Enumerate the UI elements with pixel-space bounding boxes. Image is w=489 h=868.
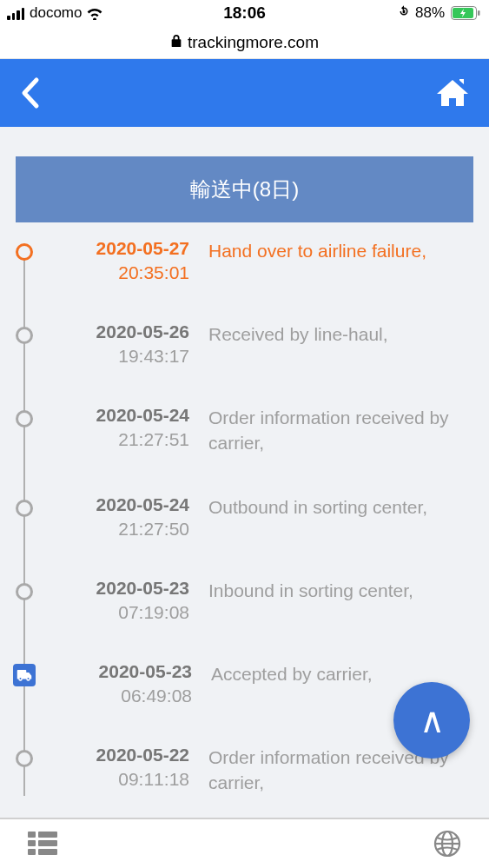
wifi-icon [85, 6, 104, 20]
event-date: 2020-05-22 [57, 745, 189, 765]
status-right: 88% [396, 3, 480, 23]
svg-rect-8 [28, 849, 36, 855]
bottom-tab-bar [0, 818, 489, 868]
event-time: 19:43:17 [57, 346, 189, 367]
event-date: 2020-05-26 [57, 321, 189, 342]
page-body: 輸送中(8日) 2020-05-2720:35:01Hand over to a… [0, 127, 489, 818]
event-description: Hand over to airline failure, [208, 238, 473, 283]
battery-percent: 88% [415, 4, 445, 22]
event-time: 09:11:18 [57, 769, 189, 790]
app-header [0, 59, 489, 127]
carrier-label: docomo [30, 4, 82, 22]
timeline-node-icon [16, 243, 33, 261]
event-date: 2020-05-24 [57, 405, 189, 426]
svg-rect-6 [28, 840, 36, 846]
event-description: Received by line-haul, [208, 321, 473, 367]
rotation-lock-icon [396, 3, 412, 23]
event-datetime: 2020-05-2619:43:17 [57, 321, 189, 367]
event-time: 06:49:08 [60, 686, 192, 706]
lock-icon [170, 33, 182, 52]
event-datetime: 2020-05-2421:27:50 [57, 494, 189, 540]
timeline-node-icon [16, 500, 33, 517]
caret-up-icon: ∧ [420, 700, 445, 740]
svg-rect-5 [38, 832, 57, 838]
url-domain: trackingmore.com [188, 33, 319, 52]
event-time: 21:27:51 [57, 429, 189, 450]
back-button[interactable] [19, 76, 40, 109]
event-date: 2020-05-24 [57, 494, 189, 515]
event-time: 07:19:08 [57, 602, 189, 623]
event-datetime: 2020-05-2306:49:08 [60, 661, 192, 706]
event-datetime: 2020-05-2421:27:51 [57, 405, 189, 456]
svg-rect-3 [478, 10, 480, 16]
signal-icon [7, 7, 24, 20]
event-time: 20:35:01 [57, 262, 189, 283]
event-time: 21:27:50 [57, 519, 189, 540]
event-date: 2020-05-23 [57, 578, 189, 599]
scroll-top-button[interactable]: ∧ [393, 682, 470, 759]
list-view-button[interactable] [28, 832, 57, 856]
event-date: 2020-05-27 [57, 238, 189, 259]
timeline-event: 2020-05-2720:35:01Hand over to airline f… [16, 238, 473, 321]
event-datetime: 2020-05-2209:11:18 [57, 745, 189, 796]
timeline-event: 2020-05-2209:11:18Order information rece… [16, 745, 473, 796]
event-description: Outbound in sorting center, [208, 494, 473, 540]
shipment-status-banner: 輸送中(8日) [16, 156, 473, 222]
truck-icon [13, 664, 36, 686]
svg-rect-0 [403, 10, 406, 13]
ios-status-bar: docomo 18:06 88% [0, 0, 489, 26]
browser-url-bar[interactable]: trackingmore.com [0, 26, 489, 59]
battery-icon [451, 6, 480, 20]
timeline-node-icon [16, 750, 33, 767]
timeline-event: 2020-05-2619:43:17Received by line-haul, [16, 321, 473, 405]
timeline-event: 2020-05-2421:27:51Order information rece… [16, 405, 473, 494]
status-left: docomo [7, 4, 104, 22]
svg-rect-4 [28, 832, 36, 838]
shipment-status-label: 輸送中(8日) [190, 177, 299, 201]
clock: 18:06 [223, 3, 266, 23]
event-datetime: 2020-05-2307:19:08 [57, 578, 189, 623]
timeline-node-icon [16, 327, 33, 344]
timeline-event: 2020-05-2421:27:50Outbound in sorting ce… [16, 494, 473, 578]
timeline-node-icon [16, 410, 33, 427]
svg-rect-9 [38, 849, 57, 855]
timeline-node-icon [16, 583, 33, 600]
event-datetime: 2020-05-2720:35:01 [57, 238, 189, 283]
globe-button[interactable] [433, 830, 461, 858]
event-description: Inbound in sorting center, [208, 578, 473, 623]
svg-rect-7 [38, 840, 57, 846]
timeline-event: 2020-05-2307:19:08Inbound in sorting cen… [16, 578, 473, 661]
event-date: 2020-05-23 [60, 661, 192, 682]
event-description: Order information received by carrier, [208, 405, 473, 456]
home-button[interactable] [435, 78, 470, 108]
